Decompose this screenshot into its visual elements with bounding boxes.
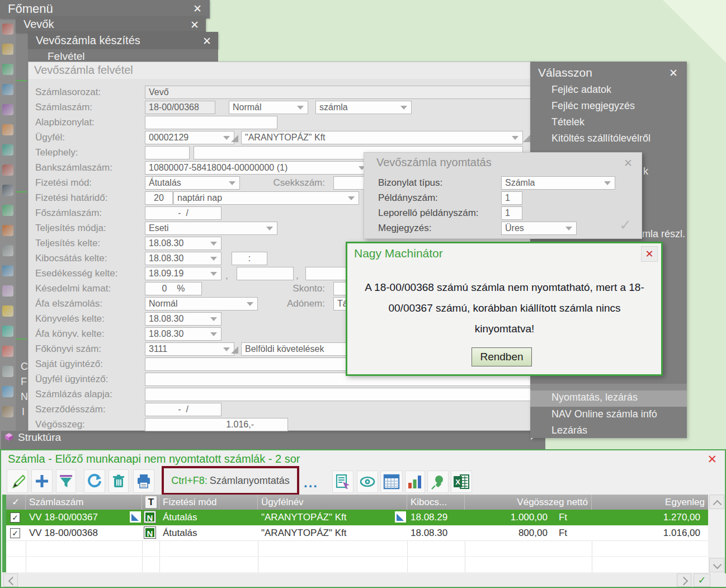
lookup-corner-icon[interactable]: [231, 346, 238, 354]
header-egyenleg[interactable]: Egyenleg: [592, 495, 708, 510]
szamlaszam-field[interactable]: 18-00/00368: [145, 101, 215, 114]
menu-item-nyomtatas-lezaras[interactable]: Nyomtatás, lezárás: [530, 391, 687, 407]
menu-item-struktura[interactable]: Struktúra: [1, 431, 545, 444]
preview-button[interactable]: [357, 471, 378, 493]
close-icon[interactable]: ✕: [707, 453, 717, 466]
megjegyzes-dropdown[interactable]: Üres: [501, 222, 577, 235]
menu-item-fragment[interactable]: k: [643, 166, 648, 177]
more-button[interactable]: ...: [304, 475, 318, 491]
fokonyvi-szam-dropdown[interactable]: 3111: [145, 342, 234, 356]
app-icon-18[interactable]: [2, 366, 13, 377]
app-icon-3[interactable]: [2, 64, 13, 75]
ok-button[interactable]: Rendben: [472, 347, 532, 366]
fizetesi-mod-dropdown[interactable]: Átutalás: [145, 176, 240, 190]
menu-item-tetelek[interactable]: Tételek: [551, 116, 584, 128]
window-fomenu-titlebar[interactable]: Főmenü ✕: [0, 0, 210, 18]
close-icon[interactable]: ✕: [190, 18, 199, 31]
app-icon-16[interactable]: [2, 326, 13, 337]
grid-view-button[interactable]: [380, 471, 403, 493]
alapbizonylat-field[interactable]: [145, 116, 277, 129]
hatarido-nap-field[interactable]: 20: [145, 191, 173, 205]
row-checkbox[interactable]: ✓: [10, 528, 20, 538]
bankszamla-dropdown[interactable]: 10800007-58418004-00000000 (1): [145, 161, 370, 175]
header-t[interactable]: T: [142, 495, 159, 510]
ugyfel-kod-dropdown[interactable]: 00002129: [145, 131, 234, 144]
refresh-button[interactable]: [84, 469, 105, 493]
print-button[interactable]: [133, 469, 154, 493]
scroll-left-button[interactable]: [3, 573, 18, 587]
leporello-field[interactable]: 1: [501, 206, 522, 220]
teljesites-modja-dropdown[interactable]: Eseti: [145, 222, 277, 235]
confirm-check-icon[interactable]: ✓: [619, 217, 631, 234]
window-keszites-titlebar[interactable]: Vevőszámla készítés ✕: [28, 32, 218, 49]
window-vevok-titlebar[interactable]: Vevők ✕: [16, 17, 206, 32]
teljesites-kelte-dropdown[interactable]: 18.08.30: [145, 237, 221, 250]
esedekesseg-kelte-dropdown[interactable]: 18.09.19: [145, 267, 221, 280]
header-vegosszeg-netto[interactable]: Végösszeg nettó: [465, 495, 592, 510]
app-icon-12[interactable]: [2, 245, 13, 256]
close-icon[interactable]: ✕: [202, 35, 211, 48]
hatarido-egyseg-dropdown[interactable]: naptári nap: [173, 191, 359, 205]
report-button[interactable]: [332, 471, 353, 493]
app-icon-13[interactable]: [2, 265, 13, 276]
app-icon-15[interactable]: [2, 305, 13, 317]
app-icon-5[interactable]: [2, 104, 13, 115]
vertical-scrollbar[interactable]: [709, 495, 724, 572]
excel-export-button[interactable]: X: [451, 471, 472, 493]
app-icon-17[interactable]: [2, 346, 13, 357]
app-icon-14[interactable]: [2, 285, 13, 297]
scroll-up-button[interactable]: [709, 495, 724, 509]
header-ugyfelnev[interactable]: Ügyfélnév: [258, 495, 407, 510]
peldanyszam-field[interactable]: 1: [501, 191, 522, 205]
app-icon-11[interactable]: [2, 225, 13, 236]
pin-button[interactable]: [427, 471, 449, 493]
szamlanyomtatas-shortcut-button[interactable]: Ctrl+F8: Számlanyomtatás: [162, 466, 299, 495]
header-kibocsatas[interactable]: Kibocs...: [407, 495, 465, 510]
row-checkbox[interactable]: ✓: [10, 512, 20, 523]
menu-item-fejlec-megjegyzes[interactable]: Fejléc megjegyzés: [551, 100, 635, 112]
telephely-kod-field[interactable]: [145, 146, 190, 159]
table-row[interactable]: ✓ VV 18-00/00368 N Átutalás "ARANYTOPÁZ"…: [6, 525, 708, 541]
edit-pencil-button[interactable]: [7, 469, 28, 493]
scroll-down-button[interactable]: [709, 558, 724, 572]
header-select-all[interactable]: ✓: [6, 495, 26, 510]
szamla-tipus2-dropdown[interactable]: számla: [315, 101, 412, 114]
szamla-tipus1-dropdown[interactable]: Normál: [229, 101, 308, 114]
header-fizetesi-mod[interactable]: Fizetési mód: [159, 495, 258, 510]
delete-button[interactable]: [109, 469, 129, 493]
szamlasorozat-field[interactable]: Vevő: [145, 86, 531, 99]
app-icon-7[interactable]: [2, 144, 13, 156]
header-szamlaszam[interactable]: Számlaszám: [26, 495, 142, 510]
esedekesseg-extra1-field[interactable]: [237, 267, 294, 280]
close-icon[interactable]: ✕: [624, 157, 633, 170]
filter-button[interactable]: [56, 469, 76, 493]
chart-button[interactable]: [405, 471, 425, 493]
kibocsatas-ido-field[interactable]: :: [232, 252, 267, 265]
konyveles-kelte-dropdown[interactable]: 18.08.30: [145, 312, 221, 326]
app-icon-6[interactable]: [2, 124, 13, 135]
afa-konyv-kelte-dropdown[interactable]: 18.08.30: [145, 327, 221, 341]
szerzodesszam-field[interactable]: - /: [145, 403, 221, 416]
scroll-right-button[interactable]: [677, 573, 691, 587]
afa-elszamolas-dropdown[interactable]: Normál: [145, 297, 258, 311]
table-row-selected[interactable]: ✓ VV 18-00/00367 N Átutalás "ARANYTOPÁZ"…: [6, 510, 708, 525]
lookup-corner-icon[interactable]: [231, 135, 238, 142]
kibocsatas-kelte-dropdown[interactable]: 18.08.30: [145, 252, 221, 265]
menu-item-fejlec-adatok[interactable]: Fejléc adatok: [551, 84, 611, 96]
menu-item-nav-online[interactable]: NAV Online számla infó: [551, 408, 657, 420]
ugyfel-nev-dropdown[interactable]: "ARANYTOPÁZ" Kft: [241, 131, 523, 144]
app-icon-1[interactable]: [2, 23, 13, 35]
kesedelmi-kamat-field[interactable]: 0 %: [145, 282, 202, 295]
app-icon-10[interactable]: [2, 205, 13, 216]
app-icon-4[interactable]: [2, 84, 13, 95]
menu-item-lezaras[interactable]: Lezárás: [551, 425, 587, 436]
add-button[interactable]: [31, 469, 53, 493]
szamlazas-alapja-field[interactable]: [145, 388, 531, 401]
foszamlaszam-field[interactable]: - /: [145, 206, 221, 220]
app-icon-8[interactable]: [2, 164, 13, 176]
menu-item-kitoltes-szallitolevelrol[interactable]: Kitöltés szállítólevélről: [551, 133, 650, 144]
app-icon-20[interactable]: [2, 406, 13, 417]
close-icon[interactable]: ✕: [669, 67, 678, 79]
app-icon-19[interactable]: [2, 386, 13, 397]
app-icon-2[interactable]: [2, 44, 13, 55]
